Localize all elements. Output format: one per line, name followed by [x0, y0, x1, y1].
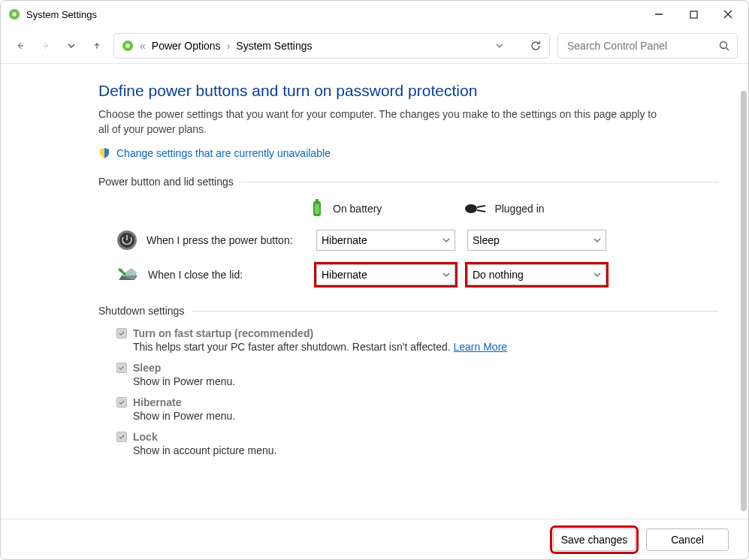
- battery-icon: [309, 198, 325, 219]
- chevron-down-icon: [442, 236, 450, 244]
- section2-title: Shutdown settings: [98, 305, 184, 317]
- col-plugged-label: Plugged in: [494, 203, 544, 215]
- select-power-plugged[interactable]: Sleep: [467, 230, 606, 251]
- address-bar[interactable]: « Power Options › System Settings: [113, 33, 550, 59]
- section1-title: Power button and lid settings: [98, 176, 234, 188]
- fast-startup-title: Turn on fast startup (recommended): [133, 327, 313, 339]
- search-input[interactable]: [566, 39, 701, 53]
- chevron-down-icon: [593, 236, 601, 244]
- app-icon: [8, 8, 20, 20]
- breadcrumb-item-power-options[interactable]: Power Options: [152, 40, 221, 52]
- svg-point-15: [465, 204, 477, 213]
- window-controls: [642, 2, 745, 26]
- page-description: Choose the power settings that you want …: [98, 107, 662, 137]
- fast-startup-desc: This helps start your PC faster after sh…: [133, 341, 454, 353]
- up-button[interactable]: [88, 37, 106, 55]
- page-heading: Define power buttons and turn on passwor…: [98, 82, 718, 100]
- toolbar: « Power Options › System Settings: [1, 28, 748, 64]
- row-power-button: When I press the power button: Hibernate…: [98, 230, 718, 251]
- breadcrumb-sep-icon: ›: [227, 40, 231, 52]
- setting-fast-startup: Turn on fast startup (recommended) This …: [116, 327, 718, 353]
- plug-icon: [464, 202, 487, 215]
- section-shutdown: Shutdown settings: [98, 305, 718, 317]
- content: Define power buttons and turn on passwor…: [1, 64, 748, 519]
- save-button[interactable]: Save changes: [553, 528, 636, 551]
- window: System Settings « Power Options › System…: [0, 0, 749, 560]
- setting-lock: Lock Show in account picture menu.: [116, 431, 718, 456]
- select-lid-plugged-value: Do nothing: [473, 269, 524, 281]
- sleep-desc: Show in Power menu.: [133, 375, 718, 387]
- col-battery-label: On battery: [333, 203, 382, 215]
- checkbox-hibernate[interactable]: [116, 397, 127, 408]
- svg-point-9: [125, 44, 130, 48]
- column-headers: On battery Plugged in: [98, 198, 718, 219]
- breadcrumb-icon: [122, 40, 134, 52]
- hibernate-title: Hibernate: [133, 396, 182, 408]
- recent-dropdown[interactable]: [62, 37, 80, 55]
- footer: Save changes Cancel: [1, 519, 748, 559]
- svg-point-1: [12, 12, 17, 17]
- learn-more-link[interactable]: Learn More: [454, 341, 508, 353]
- select-lid-battery[interactable]: Hibernate: [316, 264, 455, 285]
- maximize-button[interactable]: [676, 2, 711, 26]
- minimize-button[interactable]: [642, 2, 676, 26]
- hibernate-desc: Show in Power menu.: [133, 410, 718, 422]
- svg-point-10: [720, 41, 727, 48]
- scrollbar[interactable]: [741, 91, 747, 511]
- titlebar: System Settings: [1, 1, 748, 28]
- cancel-button[interactable]: Cancel: [646, 528, 729, 551]
- row-power-label: When I press the power button:: [146, 234, 293, 246]
- chevron-down-icon: [442, 271, 450, 278]
- power-icon: [116, 230, 137, 251]
- svg-rect-13: [316, 199, 319, 202]
- lid-icon: [116, 265, 139, 285]
- back-button[interactable]: [11, 37, 29, 55]
- shield-icon: [98, 147, 110, 159]
- select-lid-plugged[interactable]: Do nothing: [467, 264, 606, 285]
- setting-hibernate: Hibernate Show in Power menu.: [116, 396, 718, 422]
- chevron-down-icon: [593, 271, 601, 278]
- svg-line-11: [726, 47, 729, 50]
- refresh-button[interactable]: [530, 40, 542, 52]
- forward-button[interactable]: [37, 37, 55, 55]
- setting-sleep: Sleep Show in Power menu.: [116, 362, 718, 387]
- select-power-battery-value: Hibernate: [322, 234, 367, 246]
- breadcrumb-item-system-settings[interactable]: System Settings: [236, 40, 312, 52]
- section-power-button-lid: Power button and lid settings: [98, 176, 718, 188]
- row-close-lid: When I close the lid: Hibernate Do nothi…: [98, 264, 718, 285]
- search-box[interactable]: [557, 33, 738, 59]
- select-lid-battery-value: Hibernate: [322, 269, 367, 281]
- svg-rect-3: [690, 11, 697, 18]
- window-title: System Settings: [26, 9, 97, 20]
- lock-title: Lock: [133, 431, 158, 443]
- breadcrumb-prefix: «: [140, 40, 146, 52]
- search-icon: [719, 41, 729, 51]
- close-button[interactable]: [711, 2, 745, 26]
- svg-rect-14: [315, 204, 319, 214]
- row-lid-label: When I close the lid:: [148, 269, 243, 281]
- lock-desc: Show in account picture menu.: [133, 444, 718, 456]
- sleep-title: Sleep: [133, 362, 161, 374]
- checkbox-lock[interactable]: [116, 432, 127, 442]
- checkbox-sleep[interactable]: [116, 363, 127, 373]
- select-power-battery[interactable]: Hibernate: [316, 230, 455, 251]
- select-power-plugged-value: Sleep: [473, 234, 500, 246]
- checkbox-fast-startup[interactable]: [116, 328, 127, 339]
- address-dropdown-icon[interactable]: [495, 41, 504, 50]
- change-settings-link[interactable]: Change settings that are currently unava…: [116, 147, 331, 159]
